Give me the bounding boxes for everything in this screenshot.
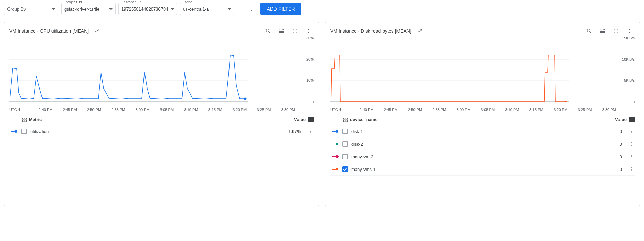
series-name: utilization xyxy=(30,129,288,134)
separator xyxy=(240,5,240,13)
series-checkbox[interactable] xyxy=(21,129,27,134)
svg-rect-15 xyxy=(25,118,26,119)
legend-toggle-icon[interactable] xyxy=(597,26,608,36)
series-swatch xyxy=(330,144,339,144)
svg-point-8 xyxy=(308,32,309,33)
card-header: VM Instance - CPU utilization [MEAN] xyxy=(9,26,314,36)
dashboard-grid: VM Instance - CPU utilization [MEAN] 30%… xyxy=(0,18,644,210)
svg-rect-14 xyxy=(23,118,24,119)
svg-rect-17 xyxy=(25,120,26,122)
chart-area[interactable]: 15KiB/s 10KiB/s 5KiB/s 0 xyxy=(330,38,635,106)
svg-point-44 xyxy=(631,167,632,168)
y-axis-labels: 15KiB/s 10KiB/s 5KiB/s 0 xyxy=(621,38,635,102)
reset-zoom-icon[interactable] xyxy=(584,26,594,36)
svg-point-41 xyxy=(631,155,632,156)
series-value: 0 xyxy=(620,167,622,172)
chevron-down-icon xyxy=(228,8,231,10)
svg-point-18 xyxy=(310,130,311,130)
field-label: zone xyxy=(183,0,194,4)
spark-icon[interactable] xyxy=(92,26,102,36)
reset-zoom-icon[interactable] xyxy=(263,26,273,36)
series-name: many-vm-2 xyxy=(351,154,620,159)
svg-point-20 xyxy=(310,132,311,133)
legend-header: device_name Value xyxy=(330,114,635,125)
svg-rect-34 xyxy=(346,120,347,122)
chevron-down-icon xyxy=(109,8,113,10)
svg-point-37 xyxy=(631,132,632,133)
field-label: instance_id xyxy=(121,0,143,4)
svg-point-42 xyxy=(631,156,632,157)
svg-point-7 xyxy=(308,31,309,31)
series-name: many-vms-1 xyxy=(351,167,620,172)
chevron-down-icon xyxy=(52,8,55,10)
project-id-dropdown[interactable]: project_id gstackdriver-turtle xyxy=(61,3,116,15)
svg-point-45 xyxy=(631,169,632,170)
svg-point-39 xyxy=(631,144,632,144)
add-filter-button[interactable]: ADD FILTER xyxy=(260,3,301,15)
series-value: 1.97% xyxy=(288,129,301,134)
chart-area[interactable]: 30% 20% 10% 0 xyxy=(9,38,314,106)
x-axis-labels: UTC-42:40 PM2:45 PM2:50 PM2:55 PM3:00 PM… xyxy=(9,108,314,112)
svg-point-6 xyxy=(308,29,309,30)
series-more-icon[interactable] xyxy=(628,142,635,146)
instance-id-dropdown[interactable]: instance_id 1972558144820730784 xyxy=(118,3,177,15)
breakdown-icon xyxy=(343,117,348,122)
legend-list: utilization1.97% xyxy=(9,125,314,138)
legend-value-label: Value xyxy=(615,117,627,122)
x-axis-labels: UTC-42:40 PM2:45 PM2:50 PM2:55 PM3:00 PM… xyxy=(330,108,635,112)
svg-point-38 xyxy=(631,142,632,143)
series-more-icon[interactable] xyxy=(628,167,635,172)
svg-point-24 xyxy=(629,29,630,30)
legend-row[interactable]: utilization1.97% xyxy=(9,125,314,138)
series-value: 0 xyxy=(620,129,622,134)
legend-toggle-icon[interactable] xyxy=(276,26,287,36)
field-value: 1972558144820730784 xyxy=(121,6,168,12)
svg-point-46 xyxy=(631,170,632,171)
svg-point-25 xyxy=(629,31,630,31)
series-name: disk-1 xyxy=(351,129,620,134)
more-menu-icon[interactable] xyxy=(304,26,314,36)
more-menu-icon[interactable] xyxy=(625,26,635,36)
series-more-icon[interactable] xyxy=(628,129,635,134)
group-by-dropdown[interactable]: Group By xyxy=(4,3,58,15)
legend-row[interactable]: many-vms-10 xyxy=(330,163,635,176)
legend-row[interactable]: many-vm-20 xyxy=(330,150,635,163)
legend-metric-label: device_name xyxy=(350,117,378,122)
chart-title: VM Instance - Disk read bytes [MEAN] xyxy=(330,28,411,34)
fullscreen-icon[interactable] xyxy=(290,26,300,36)
chart-card-cpu: VM Instance - CPU utilization [MEAN] 30%… xyxy=(4,22,319,206)
filter-bar: Group By project_id gstackdriver-turtle … xyxy=(0,0,644,18)
series-checkbox[interactable] xyxy=(342,141,348,147)
series-value: 0 xyxy=(620,154,622,159)
svg-rect-33 xyxy=(344,120,345,122)
series-more-icon[interactable] xyxy=(307,129,314,134)
zone-dropdown[interactable]: zone us-central1-a xyxy=(180,3,234,15)
chevron-down-icon xyxy=(171,8,174,10)
series-checkbox[interactable] xyxy=(342,154,348,159)
legend-metric-label: Metric xyxy=(29,117,42,122)
series-more-icon[interactable] xyxy=(628,154,635,159)
chart-title: VM Instance - CPU utilization [MEAN] xyxy=(9,28,89,34)
series-swatch xyxy=(330,156,339,157)
group-by-label: Group By xyxy=(7,6,49,12)
series-checkbox[interactable] xyxy=(342,166,348,172)
fullscreen-icon[interactable] xyxy=(611,26,621,36)
svg-point-40 xyxy=(631,145,632,146)
columns-icon[interactable] xyxy=(629,117,635,122)
card-header: VM Instance - Disk read bytes [MEAN] xyxy=(330,26,635,36)
svg-point-36 xyxy=(631,131,632,132)
series-checkbox[interactable] xyxy=(342,129,348,134)
legend-row[interactable]: disk-20 xyxy=(330,138,635,150)
legend-header: Metric Value xyxy=(9,114,314,125)
columns-icon[interactable] xyxy=(308,117,314,122)
series-swatch xyxy=(330,169,339,170)
field-label: project_id xyxy=(64,0,83,4)
series-swatch xyxy=(9,131,18,132)
filter-icon[interactable] xyxy=(245,3,258,15)
legend-row[interactable]: disk-10 xyxy=(330,125,635,138)
field-value: gstackdriver-turtle xyxy=(64,6,106,12)
series-value: 0 xyxy=(620,142,622,147)
spark-icon[interactable] xyxy=(415,26,425,36)
svg-point-43 xyxy=(631,158,632,158)
svg-rect-31 xyxy=(344,118,345,119)
